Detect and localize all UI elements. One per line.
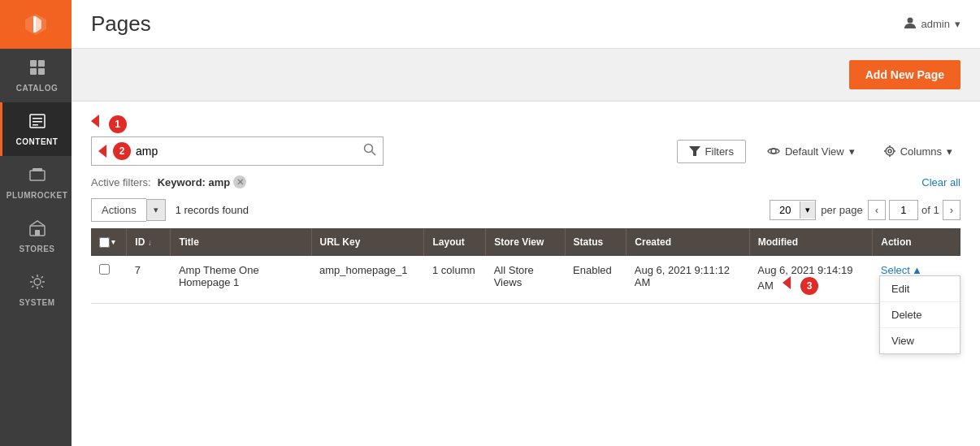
row-action-select[interactable]: Select ▲ <box>881 264 922 276</box>
row-action-cell: Select ▲ Edit Delete View <box>873 256 960 304</box>
row-status: Enabled <box>573 264 612 276</box>
action-chevron-icon: ▲ <box>912 264 922 276</box>
stores-icon <box>28 219 46 241</box>
svg-rect-9 <box>33 118 42 119</box>
grid-controls: Actions ▾ 1 records found ▾ per page ‹ o… <box>91 198 960 222</box>
row-title-cell: Amp Theme One Homepage 1 <box>171 256 311 304</box>
col-header-action: Action <box>873 228 960 256</box>
action-dropdown-menu: Edit Delete View <box>879 275 960 354</box>
svg-point-23 <box>888 149 891 153</box>
row-modified-cell: Aug 6, 2021 9:14:19 AM 3 <box>749 256 872 304</box>
col-header-checkbox: ▾ <box>91 228 127 256</box>
table-row: 7 Amp Theme One Homepage 1 amp_homepage_… <box>91 256 960 304</box>
plumrocket-icon <box>28 166 46 188</box>
col-header-title: Title <box>171 228 311 256</box>
filters-label: Filters <box>705 145 734 158</box>
sidebar-item-catalog[interactable]: CATALOG <box>0 49 72 102</box>
row-checkbox[interactable] <box>99 264 110 275</box>
row-title: Amp Theme One Homepage 1 <box>179 264 259 288</box>
system-icon <box>28 273 46 295</box>
step3-badge: 3 <box>800 277 818 295</box>
user-icon <box>904 16 917 32</box>
view-label: Default View <box>785 145 844 158</box>
columns-button[interactable]: Columns ▾ <box>876 141 960 162</box>
svg-line-19 <box>372 152 376 156</box>
svg-point-21 <box>771 149 776 154</box>
default-view-button[interactable]: Default View ▾ <box>759 140 863 162</box>
search-icon[interactable] <box>363 143 376 159</box>
col-header-store: Store View <box>486 228 565 256</box>
row-store: All Store Views <box>494 264 534 288</box>
clear-all-button[interactable]: Clear all <box>921 176 960 188</box>
svg-rect-12 <box>30 171 45 180</box>
col-header-url: URL Key <box>311 228 424 256</box>
system-label: SYSTEM <box>19 298 54 307</box>
search-input[interactable] <box>136 145 363 158</box>
search-row: 2 Filters <box>91 136 960 166</box>
action-view[interactable]: View <box>880 328 960 353</box>
svg-rect-5 <box>38 60 45 67</box>
step2-arrow <box>98 145 106 158</box>
col-action-label: Action <box>881 236 911 248</box>
row-url: amp_homepage_1 <box>319 264 407 276</box>
keyword-filter-remove[interactable]: ✕ <box>233 175 246 188</box>
main-content: Pages admin ▾ Add New Page 1 <box>72 0 980 446</box>
svg-rect-6 <box>30 68 37 75</box>
col-created-label: Created <box>635 236 671 248</box>
svg-rect-11 <box>33 124 38 126</box>
add-new-page-button[interactable]: Add New Page <box>849 60 960 89</box>
step1-arrow <box>91 115 99 128</box>
svg-marker-20 <box>689 146 700 156</box>
row-status-cell: Enabled <box>565 256 627 304</box>
logo <box>0 0 72 49</box>
step2-badge: 2 <box>113 142 131 160</box>
content-icon <box>28 112 46 134</box>
user-menu[interactable]: admin ▾ <box>904 16 960 32</box>
svg-rect-7 <box>38 68 45 75</box>
per-page-select: ▾ <box>770 200 816 220</box>
col-header-id: ID ↓ <box>127 228 171 256</box>
actions-button[interactable]: Actions <box>91 198 146 222</box>
sidebar-item-plumrocket[interactable]: PLUMROCKET <box>0 156 72 210</box>
sidebar: CATALOG CONTENT PLUMROCKET <box>0 0 72 446</box>
plumrocket-label: PLUMROCKET <box>7 191 68 200</box>
sidebar-item-stores[interactable]: STORES <box>0 210 72 263</box>
per-page-label: per page <box>821 204 862 216</box>
col-store-label: Store View <box>494 236 544 248</box>
search-container: 2 <box>91 136 384 166</box>
sort-id-icon[interactable]: ↓ <box>148 238 152 247</box>
per-page-arrow[interactable]: ▾ <box>800 201 815 219</box>
page-prev-button[interactable]: ‹ <box>868 200 886 220</box>
action-delete[interactable]: Delete <box>880 302 960 328</box>
svg-point-16 <box>34 279 41 285</box>
page-navigation: ‹ of 1 › <box>868 200 960 220</box>
col-layout-label: Layout <box>432 236 464 248</box>
user-dropdown-icon: ▾ <box>955 18 960 30</box>
columns-label: Columns <box>900 145 942 158</box>
per-page-input[interactable] <box>770 201 800 219</box>
svg-rect-10 <box>33 121 42 123</box>
columns-dropdown-icon: ▾ <box>947 145 952 158</box>
actions-arrow-button[interactable]: ▾ <box>146 199 166 221</box>
col-status-label: Status <box>574 236 604 248</box>
col-header-layout: Layout <box>424 228 486 256</box>
page-input[interactable] <box>889 200 918 220</box>
row-store-cell: All Store Views <box>486 256 565 304</box>
row-layout-cell: 1 column <box>424 256 486 304</box>
sidebar-item-system[interactable]: SYSTEM <box>0 263 72 317</box>
sidebar-item-content[interactable]: CONTENT <box>0 102 72 156</box>
row-created-cell: Aug 6, 2021 9:11:12 AM <box>627 256 749 304</box>
page-title: Pages <box>91 11 151 37</box>
filters-button[interactable]: Filters <box>677 140 746 163</box>
page-total: of 1 <box>921 204 939 216</box>
action-edit[interactable]: Edit <box>880 276 960 302</box>
row-url-cell: amp_homepage_1 <box>311 256 424 304</box>
svg-point-18 <box>365 145 373 153</box>
svg-point-17 <box>907 18 913 24</box>
data-table: ▾ ID ↓ Title URL Key <box>91 228 960 304</box>
select-all-checkbox[interactable] <box>99 237 110 248</box>
page-next-button[interactable]: › <box>943 200 960 220</box>
catalog-icon <box>28 58 46 80</box>
checkbox-dropdown-icon[interactable]: ▾ <box>111 238 115 246</box>
data-table-wrapper: ▾ ID ↓ Title URL Key <box>91 228 960 304</box>
